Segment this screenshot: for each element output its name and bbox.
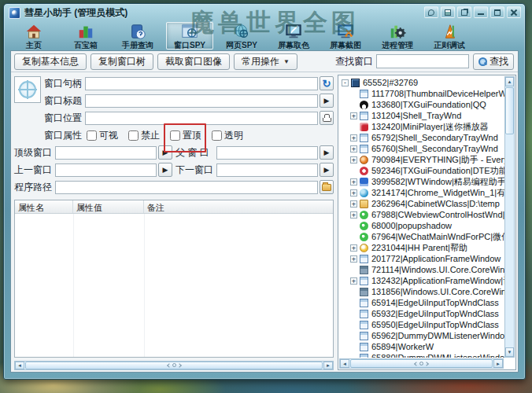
program-path-input[interactable] xyxy=(55,181,318,194)
copy-window-tree-button[interactable]: 复制窗口树 xyxy=(91,53,153,70)
tree-vertical-scrollbar[interactable]: ▲ ▼ xyxy=(504,76,515,358)
window-position-input[interactable] xyxy=(85,112,318,125)
tree-item[interactable]: -65552|#32769 xyxy=(339,77,504,88)
expand-toggle[interactable]: - xyxy=(342,79,349,86)
scrollbar-thumb[interactable] xyxy=(25,362,323,369)
tree-item[interactable]: 65932|EdgeUiInputTopWndClass xyxy=(339,308,504,319)
refresh-button[interactable]: ↻ xyxy=(320,76,334,90)
tree-item[interactable]: +65792|Shell_SecondaryTrayWnd xyxy=(339,132,504,143)
capture-window-image-button[interactable]: 截取窗口图像 xyxy=(157,53,230,70)
expand-toggle[interactable]: + xyxy=(350,112,357,119)
toolbar-item-home[interactable]: 主页 xyxy=(10,22,57,50)
feedback-button[interactable] xyxy=(424,6,438,18)
thumb-grip xyxy=(172,363,176,367)
tree-item-label: 65894|WorkerW xyxy=(371,342,434,351)
top-window-goto-button[interactable]: ▶ xyxy=(158,145,172,160)
tree-horizontal-scrollbar[interactable]: ◄ ► xyxy=(339,358,504,369)
tree-item[interactable]: 65880|DummyDWMListenerWindow xyxy=(339,352,504,358)
tree-item[interactable]: +2231044|HH Parent|帮助 xyxy=(339,242,504,253)
tree-item[interactable]: 592346|TXGuiFoundation|DTE功能及使用经验分 xyxy=(339,165,504,176)
column-header-value[interactable]: 属性值 xyxy=(73,200,144,213)
scroll-left-arrow-icon[interactable]: ◄ xyxy=(340,359,349,368)
maximize-button[interactable] xyxy=(490,6,504,18)
toolbar-item-manual[interactable]: 手册查询 xyxy=(114,22,161,50)
scrollbar-thumb[interactable] xyxy=(505,87,514,134)
next-window-input[interactable] xyxy=(216,163,318,177)
minimize-button[interactable] xyxy=(474,6,488,18)
tree-item[interactable]: 65962|DummyDWMListenerWindow xyxy=(339,330,504,341)
column-header-name[interactable]: 属性名 xyxy=(15,200,73,213)
expand-toggle[interactable]: + xyxy=(350,145,357,152)
find-window-input[interactable] xyxy=(376,54,469,68)
tree-item[interactable]: +201772|ApplicationFrameWindow xyxy=(339,253,504,264)
next-window-goto-button[interactable]: ▶ xyxy=(320,163,334,177)
title-bar[interactable]: 彗星小助手 (管理员模式) xyxy=(4,4,525,22)
tree-item[interactable]: +2362964|CabinetWClass|D:\temp xyxy=(339,198,504,209)
window-handle-input[interactable] xyxy=(85,77,318,90)
expand-toggle[interactable]: + xyxy=(350,156,357,163)
position-drag-button[interactable] xyxy=(320,111,334,125)
expand-toggle[interactable]: + xyxy=(350,244,357,252)
toolbar-item-color-picker[interactable]: 屏幕取色 xyxy=(270,22,317,50)
scrollbar-thumb[interactable] xyxy=(350,359,493,368)
expand-toggle[interactable]: + xyxy=(350,189,357,196)
expand-toggle[interactable]: + xyxy=(350,255,357,263)
left-horizontal-scrollbar[interactable]: ◄ ► xyxy=(14,361,334,370)
tree-item[interactable]: +132432|ApplicationFrameWindow|设置 xyxy=(339,275,504,286)
expand-toggle[interactable]: + xyxy=(350,211,357,219)
tree-item[interactable]: +65760|Shell_SecondaryTrayWnd xyxy=(339,143,504,154)
window-title-input[interactable] xyxy=(85,94,318,108)
disabled-checkbox[interactable] xyxy=(128,130,139,141)
expand-toggle[interactable]: + xyxy=(350,200,357,208)
expand-toggle[interactable]: + xyxy=(350,178,357,185)
prev-window-goto-button[interactable]: ▶ xyxy=(158,163,172,177)
tree-item[interactable]: +131204|Shell_TrayWnd xyxy=(339,110,504,121)
parent-window-input[interactable] xyxy=(216,146,318,160)
visible-checkbox[interactable] xyxy=(87,130,97,141)
tree-item[interactable]: 65894|WorkerW xyxy=(339,341,504,352)
tree-item[interactable]: 67964|WeChatMainWndForPC|微信 xyxy=(339,231,504,242)
common-operations-dropdown[interactable]: 常用操作▼ xyxy=(234,53,297,70)
tree-item[interactable]: +3214174|Chrome_WidgetWin_1|有没有能够取消 xyxy=(339,187,504,198)
tree-item[interactable]: +3999582|WTWindow|精易编程助手V3.98 xyxy=(339,176,504,187)
tree-item[interactable]: 65950|EdgeUiInputTopWndClass xyxy=(339,319,504,330)
scroll-down-arrow-icon[interactable]: ▼ xyxy=(505,347,514,357)
toolbar-item-screenshot[interactable]: 屏幕截图 xyxy=(322,22,369,50)
expand-toggle[interactable]: + xyxy=(350,134,357,141)
close-button[interactable] xyxy=(507,6,521,18)
scroll-left-arrow-icon[interactable]: ◄ xyxy=(15,362,24,369)
finder-tool[interactable] xyxy=(14,76,41,103)
copy-basic-info-button[interactable]: 复制基本信息 xyxy=(14,53,87,70)
tree-item[interactable]: 65914|EdgeUiInputTopWndClass xyxy=(339,297,504,308)
prev-window-input[interactable] xyxy=(55,163,157,177)
tree-item[interactable]: 133680|TXGuiFoundation|QQ xyxy=(339,99,504,110)
tree-item[interactable]: 131856|Windows.UI.Core.CoreWindow|Windo xyxy=(339,286,504,297)
toolbar-item-web-spy[interactable]: 网页SPY xyxy=(218,22,265,50)
scroll-up-arrow-icon[interactable]: ▲ xyxy=(505,77,514,86)
skin-button[interactable] xyxy=(441,6,455,18)
scrollbar-track[interactable] xyxy=(505,135,514,347)
path-browse-button[interactable] xyxy=(320,180,334,194)
tree-item[interactable]: 132420|MiniPlayer|迷你播放器 xyxy=(339,121,504,132)
top-window-input[interactable] xyxy=(55,146,157,160)
parent-window-goto-button[interactable]: ▶ xyxy=(320,145,334,160)
expand-toggle[interactable]: + xyxy=(350,277,357,285)
toolbar-item-toolbox[interactable]: 百宝箱 xyxy=(62,22,109,50)
toolbar-item-window-spy[interactable]: 窗口SPY xyxy=(166,22,213,50)
toolbar-item-process-manager[interactable]: 进程管理 xyxy=(374,22,421,50)
title-expand-button[interactable]: ▶ xyxy=(320,94,334,108)
tree-item[interactable]: 1117708|ThumbnailDeviceHelperWnd xyxy=(339,88,504,99)
tree-item[interactable]: +790984|EVERYTHING|助手 - Everything xyxy=(339,154,504,165)
tree-item[interactable]: 68000|popupshadow xyxy=(339,220,504,231)
tree-item[interactable]: 721114|Windows.UI.Core.CoreWindow xyxy=(339,264,504,275)
popout-button[interactable] xyxy=(457,6,471,18)
tree-item[interactable]: +67988|CWebviewControlHostWnd|CWebviewIE xyxy=(339,209,504,220)
transparent-checkbox[interactable] xyxy=(212,130,222,141)
scroll-right-arrow-icon[interactable]: ► xyxy=(493,359,503,368)
find-button[interactable]: 查找 xyxy=(473,53,514,70)
folder-icon xyxy=(322,184,331,191)
topmost-checkbox[interactable] xyxy=(170,130,180,141)
toolbar-item-regex-debug[interactable]: 正则调试 xyxy=(426,22,473,50)
scroll-right-arrow-icon[interactable]: ► xyxy=(323,362,333,369)
column-header-remark[interactable]: 备注 xyxy=(144,200,333,213)
